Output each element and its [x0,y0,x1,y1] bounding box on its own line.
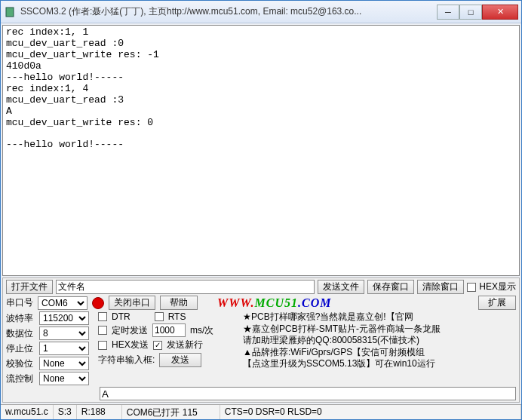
databits-select[interactable]: 8 [39,326,89,340]
ad-line[interactable]: 【点这里升级为SSCOM5.13版】可在win10运行 [243,358,516,370]
status-recv: R:188 [77,405,122,419]
send-newline-label: 发送新行 [167,339,203,351]
app-icon [4,6,16,18]
port-select[interactable]: COM6 [38,296,88,310]
stopbits-select[interactable]: 1 [39,342,89,355]
minimize-button[interactable]: ─ [437,5,459,20]
status-sent: S:3 [54,405,77,419]
flow-label: 流控制 [6,372,39,385]
open-file-button[interactable]: 打开文件 [6,280,53,294]
url-text: WWW.MCU51.COM [217,296,331,310]
ad-line: ▲品牌推荐:WiFi/Gprs/GPS【安信可射频模组 [243,347,516,359]
timed-send-checkbox[interactable] [98,326,107,335]
record-icon[interactable] [92,297,104,309]
send-button[interactable]: 发送 [159,353,201,367]
window-title: SSCOM3.2 (作者:聂小猛(丁丁), 主页http://www.mcu51… [20,5,437,18]
save-window-button[interactable]: 保存窗口 [367,280,414,294]
send-file-button[interactable]: 发送文件 [318,280,364,294]
hex-show-checkbox[interactable] [467,283,476,292]
ad-line: 请加助理梁雁婷的QQ:800058315(不懂技术) [243,335,516,347]
ad-panel: ★PCB打样哪家强?当然就是嘉立创!【官网 ★嘉立创PCB打样-SMT贴片-元器… [243,311,516,385]
port-label: 串口号 [6,296,33,309]
hex-send-label: HEX发送 [112,339,149,351]
baud-select[interactable]: 115200 [39,311,89,325]
close-port-button[interactable]: 关闭串口 [109,296,155,310]
clear-window-button[interactable]: 清除窗口 [417,280,464,294]
parity-select[interactable]: None [39,357,89,370]
hex-show-label: HEX显示 [479,281,516,293]
dtr-checkbox[interactable] [98,312,107,321]
help-button[interactable]: 帮助 [160,296,198,310]
interval-input[interactable] [152,323,186,337]
rts-checkbox[interactable] [155,312,164,321]
dtr-label: DTR [112,311,130,322]
titlebar: SSCOM3.2 (作者:聂小猛(丁丁), 主页http://www.mcu51… [1,1,521,23]
status-port: COM6已打开 115 [122,405,220,419]
send-input[interactable] [100,387,516,400]
ms-suffix: ms/次 [190,324,213,337]
statusbar: w.mcu51.c S:3 R:188 COM6已打开 115 CTS=0 DS… [1,404,521,419]
maximize-button[interactable]: □ [459,5,482,20]
input-label: 字符串输入框: [98,354,155,366]
baud-label: 波特率 [6,312,39,325]
ad-line: ★PCB打样哪家强?当然就是嘉立创!【官网 [243,311,516,323]
filename-input[interactable] [56,280,315,294]
stopbits-label: 停止位 [6,342,39,355]
parity-label: 校验位 [6,357,39,370]
flow-select[interactable]: None [39,372,89,385]
timed-send-label: 定时发送 [112,324,148,337]
receive-textarea[interactable]: rec index:1, 1 mcu_dev_uart_read :0 mcu_… [2,25,520,276]
ad-line: ★嘉立创PCB打样-SMT贴片-元器件商城一条龙服 [243,323,516,336]
hex-send-checkbox[interactable] [98,341,107,350]
databits-label: 数据位 [6,327,39,340]
close-button[interactable]: ✕ [482,5,518,20]
rts-label: RTS [168,311,186,322]
send-newline-checkbox[interactable] [153,341,162,350]
expand-button[interactable]: 扩展 [478,296,516,310]
status-lines: CTS=0 DSR=0 RLSD=0 [220,405,521,419]
status-url: w.mcu51.c [1,405,54,419]
svg-rect-0 [6,8,14,17]
